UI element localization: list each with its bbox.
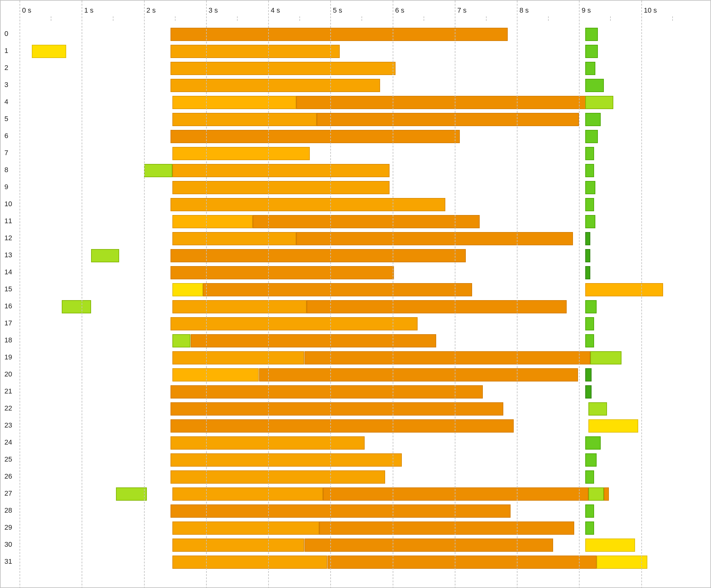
segment [171, 454, 402, 467]
segment [585, 79, 604, 92]
row-track [1, 130, 710, 143]
row: 13 [1, 247, 710, 264]
segment [172, 215, 253, 228]
minor-tick [362, 16, 362, 21]
segment [585, 198, 594, 211]
segment [171, 419, 514, 433]
minor-tick [175, 16, 175, 21]
segment [171, 62, 395, 75]
row: 1 [1, 43, 710, 60]
row-track [1, 504, 710, 518]
segment [172, 283, 203, 296]
segment [259, 368, 578, 381]
row: 19 [1, 349, 710, 366]
row: 24 [1, 435, 710, 451]
row-track [1, 368, 710, 381]
segment [327, 555, 597, 569]
axis-tick-label: 1 s [84, 6, 93, 15]
axis-tick-label: 9 s [581, 6, 590, 15]
row: 23 [1, 417, 710, 435]
row: 8 [1, 162, 710, 179]
segment [172, 300, 307, 313]
segment [585, 164, 594, 177]
row: 5 [1, 111, 710, 128]
chart-body: 0123456789101112131415161718192021222324… [1, 26, 710, 571]
row-track [1, 555, 710, 569]
row: 2 [1, 60, 710, 77]
axis-tick-label: 4 s [271, 6, 280, 15]
segment [32, 45, 66, 58]
grid-line: 10 s [641, 1, 642, 588]
segment [172, 334, 190, 348]
segment [585, 232, 590, 245]
segment [172, 113, 317, 126]
row-track [1, 351, 710, 364]
segment [171, 249, 466, 262]
row-track [1, 522, 710, 535]
row: 6 [1, 128, 710, 145]
row-track [1, 96, 710, 109]
grid-line: 2 s [144, 1, 145, 588]
segment [171, 130, 459, 143]
segment [590, 351, 622, 364]
axis-tick-label: 0 s [22, 6, 31, 15]
segment [585, 147, 594, 160]
row: 10 [1, 196, 710, 213]
segment [171, 470, 385, 484]
segment [304, 351, 590, 364]
row-track [1, 62, 710, 75]
time-axis [1, 1, 710, 20]
segment [172, 351, 304, 364]
segment [191, 334, 436, 348]
row: 30 [1, 537, 710, 554]
row-track [1, 215, 710, 228]
row: 28 [1, 503, 710, 520]
segment [585, 113, 601, 126]
row-track [1, 79, 710, 92]
segment [172, 555, 327, 569]
row: 7 [1, 145, 710, 162]
segment [585, 334, 594, 348]
segment [172, 164, 389, 177]
row: 20 [1, 366, 710, 383]
row: 21 [1, 383, 710, 400]
segment [171, 28, 508, 41]
grid-line: 8 s [517, 1, 517, 588]
segment [317, 113, 579, 126]
row-track [1, 317, 710, 331]
row: 0 [1, 26, 710, 43]
grid-line: 1 s [82, 1, 82, 588]
segment [172, 96, 296, 109]
segment [171, 317, 417, 331]
row: 27 [1, 485, 710, 503]
segment [172, 487, 323, 501]
minor-tick [113, 16, 113, 21]
row: 25 [1, 451, 710, 468]
segment [585, 385, 591, 399]
segment [585, 249, 590, 262]
row-track [1, 198, 710, 211]
segment [296, 96, 590, 109]
grid-line: 5 s [330, 1, 331, 588]
row: 4 [1, 94, 710, 111]
segment [171, 385, 482, 399]
segment [172, 368, 259, 381]
axis-tick-label: 10 s [644, 6, 657, 15]
segment [585, 266, 590, 279]
segment [307, 300, 567, 313]
row: 22 [1, 400, 710, 417]
grid-line: 4 s [268, 1, 269, 588]
minor-tick [237, 16, 238, 21]
segment [585, 470, 594, 484]
row-track [1, 470, 710, 484]
segment [171, 45, 340, 58]
grid-line: 6 s [393, 1, 393, 588]
row: 17 [1, 315, 710, 332]
segment [585, 454, 597, 467]
segment [171, 436, 364, 449]
segment [585, 28, 598, 41]
axis-tick-label: 6 s [395, 6, 404, 15]
segment [171, 198, 445, 211]
segment [172, 539, 304, 552]
segment [116, 487, 147, 501]
